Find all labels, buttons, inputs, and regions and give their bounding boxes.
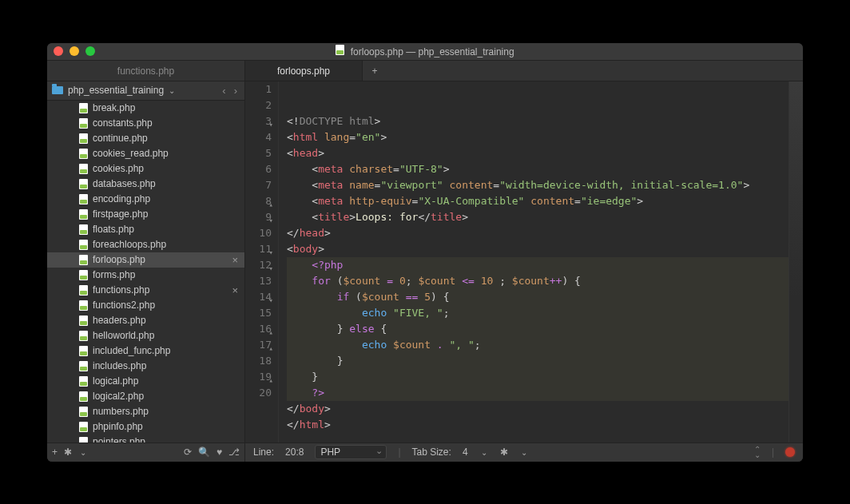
file-item[interactable]: forms.php	[47, 268, 244, 283]
file-item[interactable]: floats.php	[47, 222, 244, 237]
code-line[interactable]: </head>	[287, 225, 803, 241]
sidebar-settings-dropdown-icon[interactable]: ⌄	[78, 448, 88, 457]
scroll-indicator-icon[interactable]: ⌃⌄	[754, 446, 761, 458]
line-number[interactable]: 19▴	[245, 369, 272, 385]
line-number[interactable]: 7	[245, 177, 272, 193]
record-indicator-icon[interactable]	[785, 447, 795, 457]
code-area[interactable]: 123▾45678▴9▾1011▾12▾1314▾1516▴17▴1819▴20…	[245, 81, 803, 442]
nav-back-button[interactable]: ‹	[220, 85, 228, 97]
code-line[interactable]: <!DOCTYPE html>	[287, 113, 803, 129]
line-number[interactable]: 3▾	[245, 113, 272, 129]
line-number[interactable]: 11▾	[245, 241, 272, 257]
titlebar: forloops.php — php_essential_training	[47, 43, 803, 61]
nav-forward-button[interactable]: ›	[232, 85, 240, 97]
line-number[interactable]: 6	[245, 161, 272, 177]
sidebar-pane-tab[interactable]: functions.php	[47, 61, 245, 81]
line-number[interactable]: 16▴	[245, 321, 272, 337]
file-list[interactable]: break.phpconstants.phpcontinue.phpcookie…	[47, 101, 244, 442]
code-line[interactable]: <meta name="viewport" content="width=dev…	[287, 177, 803, 193]
file-item[interactable]: firstpage.php	[47, 207, 244, 222]
file-item[interactable]: pointers.php	[47, 435, 244, 442]
code-line[interactable]: </body>	[287, 401, 803, 417]
favorite-icon[interactable]: ♥	[216, 446, 222, 458]
editor-tab-active[interactable]: forloops.php	[245, 61, 363, 81]
project-name[interactable]: php_essential_training	[68, 85, 164, 96]
file-item[interactable]: encoding.php	[47, 192, 244, 207]
cursor-position[interactable]: 20:8	[285, 446, 304, 458]
code-content[interactable]: <!DOCTYPE html><html lang="en"><head> <m…	[279, 81, 803, 442]
line-number[interactable]: 1	[245, 81, 272, 97]
close-window-button[interactable]	[54, 46, 63, 56]
file-icon	[79, 437, 88, 442]
add-file-button[interactable]: +	[52, 446, 58, 458]
minimize-window-button[interactable]	[70, 46, 79, 56]
file-item[interactable]: includes.php	[47, 359, 244, 374]
file-icon	[79, 285, 88, 296]
file-item[interactable]: continue.php	[47, 131, 244, 146]
code-line[interactable]: <head>	[287, 145, 803, 161]
line-number[interactable]: 13	[245, 273, 272, 289]
line-number[interactable]: 2	[245, 97, 272, 113]
new-tab-button[interactable]: +	[363, 61, 387, 81]
code-line[interactable]: }	[287, 353, 803, 369]
code-line[interactable]: if ($count == 5) {	[287, 289, 803, 305]
file-item[interactable]: forloops.php×	[47, 252, 244, 268]
file-name: numbers.php	[93, 406, 149, 417]
file-item[interactable]: logical.php	[47, 374, 244, 389]
line-number[interactable]: 5	[245, 145, 272, 161]
code-line[interactable]: echo $count . ", ";	[287, 337, 803, 353]
line-number[interactable]: 14▾	[245, 289, 272, 305]
file-item[interactable]: databases.php	[47, 177, 244, 192]
file-item[interactable]: functions2.php	[47, 298, 244, 313]
file-item[interactable]: phpinfo.php	[47, 419, 244, 435]
close-file-icon[interactable]: ×	[232, 254, 238, 266]
code-line[interactable]: <?php	[287, 257, 803, 273]
line-number[interactable]: 17▴	[245, 337, 272, 353]
editor-pane: 123▾45678▴9▾1011▾12▾1314▾1516▴17▴1819▴20…	[245, 81, 803, 462]
code-line[interactable]: echo "FIVE, ";	[287, 305, 803, 321]
file-item[interactable]: helloworld.php	[47, 328, 244, 343]
line-number[interactable]: 15	[245, 305, 272, 321]
file-item[interactable]: numbers.php	[47, 404, 244, 419]
syntax-selector[interactable]: PHP	[315, 445, 387, 459]
gutter[interactable]: 123▾45678▴9▾1011▾12▾1314▾1516▴17▴1819▴20	[245, 81, 279, 442]
minimap[interactable]	[788, 81, 803, 442]
close-file-icon[interactable]: ×	[232, 284, 238, 296]
code-line[interactable]: <meta charset="UTF-8">	[287, 161, 803, 177]
code-line[interactable]: for ($count = 0; $count <= 10 ; $count++…	[287, 273, 803, 289]
file-item[interactable]: cookies.php	[47, 161, 244, 177]
project-dropdown-icon[interactable]: ⌄	[167, 86, 177, 95]
search-icon[interactable]: 🔍	[198, 446, 210, 458]
line-number[interactable]: 20	[245, 385, 272, 401]
line-number[interactable]: 4	[245, 129, 272, 145]
line-number[interactable]: 8▴	[245, 193, 272, 209]
code-line[interactable]: </html>	[287, 417, 803, 433]
code-line[interactable]: ?>	[287, 385, 803, 401]
file-item[interactable]: constants.php	[47, 116, 244, 131]
line-number[interactable]: 10	[245, 225, 272, 241]
sidebar-settings-icon[interactable]: ✱	[64, 446, 72, 458]
zoom-window-button[interactable]	[85, 46, 95, 56]
code-line[interactable]: }	[287, 369, 803, 385]
tab-size-dropdown-icon[interactable]: ⌄	[479, 448, 489, 457]
tab-size-value[interactable]: 4	[463, 446, 468, 458]
code-line[interactable]: } else {	[287, 321, 803, 337]
code-line[interactable]: <title>Loops: for</title>	[287, 209, 803, 225]
status-settings-dropdown-icon[interactable]: ⌄	[519, 448, 529, 457]
code-line[interactable]: <body>	[287, 241, 803, 257]
status-settings-icon[interactable]: ✱	[500, 446, 508, 458]
file-item[interactable]: cookies_read.php	[47, 146, 244, 161]
file-item[interactable]: break.php	[47, 101, 244, 116]
code-line[interactable]: <html lang="en">	[287, 129, 803, 145]
file-item[interactable]: included_func.php	[47, 343, 244, 359]
line-number[interactable]: 9▾	[245, 209, 272, 225]
git-branch-icon[interactable]: ⎇	[228, 446, 240, 458]
sync-icon[interactable]: ⟳	[184, 446, 192, 458]
line-number[interactable]: 18	[245, 353, 272, 369]
file-item[interactable]: functions.php×	[47, 283, 244, 298]
file-item[interactable]: foreachloops.php	[47, 237, 244, 252]
file-item[interactable]: headers.php	[47, 313, 244, 328]
file-item[interactable]: logical2.php	[47, 389, 244, 404]
code-line[interactable]: <meta http-equiv="X-UA-Compatible" conte…	[287, 193, 803, 209]
line-number[interactable]: 12▾	[245, 257, 272, 273]
